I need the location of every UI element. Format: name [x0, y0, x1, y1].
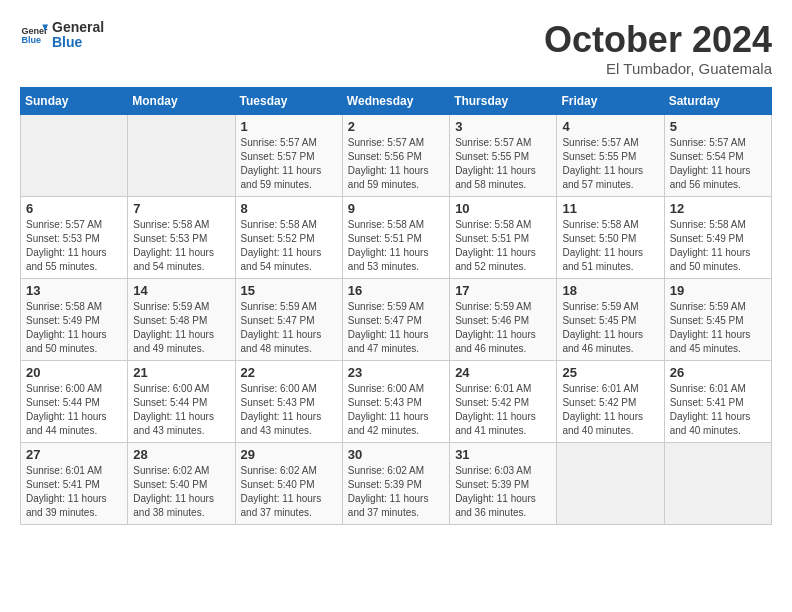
- logo-icon: General Blue: [20, 21, 48, 49]
- calendar-cell: 4Sunrise: 5:57 AM Sunset: 5:55 PM Daylig…: [557, 114, 664, 196]
- location-subtitle: El Tumbador, Guatemala: [544, 60, 772, 77]
- calendar-cell: 29Sunrise: 6:02 AM Sunset: 5:40 PM Dayli…: [235, 442, 342, 524]
- header-friday: Friday: [557, 87, 664, 114]
- day-info: Sunrise: 6:02 AM Sunset: 5:40 PM Dayligh…: [133, 464, 229, 520]
- day-number: 13: [26, 283, 122, 298]
- calendar-cell: 13Sunrise: 5:58 AM Sunset: 5:49 PM Dayli…: [21, 278, 128, 360]
- calendar-cell: 26Sunrise: 6:01 AM Sunset: 5:41 PM Dayli…: [664, 360, 771, 442]
- calendar-cell: 22Sunrise: 6:00 AM Sunset: 5:43 PM Dayli…: [235, 360, 342, 442]
- day-number: 20: [26, 365, 122, 380]
- calendar-cell: 3Sunrise: 5:57 AM Sunset: 5:55 PM Daylig…: [450, 114, 557, 196]
- calendar-header: SundayMondayTuesdayWednesdayThursdayFrid…: [21, 87, 772, 114]
- day-number: 4: [562, 119, 658, 134]
- day-info: Sunrise: 5:58 AM Sunset: 5:53 PM Dayligh…: [133, 218, 229, 274]
- day-info: Sunrise: 6:00 AM Sunset: 5:44 PM Dayligh…: [133, 382, 229, 438]
- calendar-cell: [664, 442, 771, 524]
- logo: General Blue General Blue: [20, 20, 104, 51]
- day-number: 28: [133, 447, 229, 462]
- calendar-cell: 11Sunrise: 5:58 AM Sunset: 5:50 PM Dayli…: [557, 196, 664, 278]
- day-info: Sunrise: 6:02 AM Sunset: 5:39 PM Dayligh…: [348, 464, 444, 520]
- day-number: 7: [133, 201, 229, 216]
- day-number: 11: [562, 201, 658, 216]
- day-number: 26: [670, 365, 766, 380]
- day-info: Sunrise: 5:59 AM Sunset: 5:45 PM Dayligh…: [670, 300, 766, 356]
- calendar-cell: 5Sunrise: 5:57 AM Sunset: 5:54 PM Daylig…: [664, 114, 771, 196]
- day-info: Sunrise: 5:58 AM Sunset: 5:51 PM Dayligh…: [455, 218, 551, 274]
- calendar-cell: 23Sunrise: 6:00 AM Sunset: 5:43 PM Dayli…: [342, 360, 449, 442]
- day-number: 30: [348, 447, 444, 462]
- calendar-cell: 12Sunrise: 5:58 AM Sunset: 5:49 PM Dayli…: [664, 196, 771, 278]
- day-info: Sunrise: 5:57 AM Sunset: 5:55 PM Dayligh…: [455, 136, 551, 192]
- day-info: Sunrise: 6:00 AM Sunset: 5:43 PM Dayligh…: [348, 382, 444, 438]
- day-info: Sunrise: 5:57 AM Sunset: 5:53 PM Dayligh…: [26, 218, 122, 274]
- calendar-cell: 9Sunrise: 5:58 AM Sunset: 5:51 PM Daylig…: [342, 196, 449, 278]
- calendar-cell: [128, 114, 235, 196]
- calendar-cell: 1Sunrise: 5:57 AM Sunset: 5:57 PM Daylig…: [235, 114, 342, 196]
- svg-text:Blue: Blue: [21, 36, 41, 46]
- calendar-cell: 19Sunrise: 5:59 AM Sunset: 5:45 PM Dayli…: [664, 278, 771, 360]
- calendar-cell: 14Sunrise: 5:59 AM Sunset: 5:48 PM Dayli…: [128, 278, 235, 360]
- day-info: Sunrise: 6:01 AM Sunset: 5:42 PM Dayligh…: [455, 382, 551, 438]
- day-info: Sunrise: 6:00 AM Sunset: 5:44 PM Dayligh…: [26, 382, 122, 438]
- calendar-cell: 10Sunrise: 5:58 AM Sunset: 5:51 PM Dayli…: [450, 196, 557, 278]
- calendar-cell: 31Sunrise: 6:03 AM Sunset: 5:39 PM Dayli…: [450, 442, 557, 524]
- calendar-cell: 21Sunrise: 6:00 AM Sunset: 5:44 PM Dayli…: [128, 360, 235, 442]
- header-monday: Monday: [128, 87, 235, 114]
- day-number: 9: [348, 201, 444, 216]
- day-number: 1: [241, 119, 337, 134]
- calendar-cell: 15Sunrise: 5:59 AM Sunset: 5:47 PM Dayli…: [235, 278, 342, 360]
- logo-general: General: [52, 20, 104, 35]
- page-header: General Blue General Blue October 2024 E…: [20, 20, 772, 77]
- day-number: 2: [348, 119, 444, 134]
- day-number: 31: [455, 447, 551, 462]
- day-info: Sunrise: 5:58 AM Sunset: 5:50 PM Dayligh…: [562, 218, 658, 274]
- calendar-cell: 20Sunrise: 6:00 AM Sunset: 5:44 PM Dayli…: [21, 360, 128, 442]
- calendar-cell: 17Sunrise: 5:59 AM Sunset: 5:46 PM Dayli…: [450, 278, 557, 360]
- day-info: Sunrise: 5:59 AM Sunset: 5:46 PM Dayligh…: [455, 300, 551, 356]
- calendar-cell: 6Sunrise: 5:57 AM Sunset: 5:53 PM Daylig…: [21, 196, 128, 278]
- calendar-cell: 24Sunrise: 6:01 AM Sunset: 5:42 PM Dayli…: [450, 360, 557, 442]
- day-number: 17: [455, 283, 551, 298]
- header-row: SundayMondayTuesdayWednesdayThursdayFrid…: [21, 87, 772, 114]
- day-number: 12: [670, 201, 766, 216]
- calendar-table: SundayMondayTuesdayWednesdayThursdayFrid…: [20, 87, 772, 525]
- day-number: 22: [241, 365, 337, 380]
- day-info: Sunrise: 5:59 AM Sunset: 5:47 PM Dayligh…: [348, 300, 444, 356]
- day-info: Sunrise: 5:57 AM Sunset: 5:54 PM Dayligh…: [670, 136, 766, 192]
- day-info: Sunrise: 6:01 AM Sunset: 5:42 PM Dayligh…: [562, 382, 658, 438]
- day-number: 19: [670, 283, 766, 298]
- calendar-cell: 8Sunrise: 5:58 AM Sunset: 5:52 PM Daylig…: [235, 196, 342, 278]
- calendar-cell: 16Sunrise: 5:59 AM Sunset: 5:47 PM Dayli…: [342, 278, 449, 360]
- day-info: Sunrise: 6:02 AM Sunset: 5:40 PM Dayligh…: [241, 464, 337, 520]
- header-thursday: Thursday: [450, 87, 557, 114]
- day-number: 18: [562, 283, 658, 298]
- day-number: 5: [670, 119, 766, 134]
- day-number: 21: [133, 365, 229, 380]
- calendar-cell: 28Sunrise: 6:02 AM Sunset: 5:40 PM Dayli…: [128, 442, 235, 524]
- logo-blue: Blue: [52, 35, 104, 50]
- day-number: 8: [241, 201, 337, 216]
- day-info: Sunrise: 5:58 AM Sunset: 5:49 PM Dayligh…: [670, 218, 766, 274]
- day-number: 29: [241, 447, 337, 462]
- day-number: 23: [348, 365, 444, 380]
- day-number: 14: [133, 283, 229, 298]
- day-number: 16: [348, 283, 444, 298]
- header-wednesday: Wednesday: [342, 87, 449, 114]
- day-number: 15: [241, 283, 337, 298]
- day-number: 24: [455, 365, 551, 380]
- calendar-cell: [557, 442, 664, 524]
- calendar-cell: 30Sunrise: 6:02 AM Sunset: 5:39 PM Dayli…: [342, 442, 449, 524]
- month-title: October 2024: [544, 20, 772, 60]
- calendar-cell: 7Sunrise: 5:58 AM Sunset: 5:53 PM Daylig…: [128, 196, 235, 278]
- day-info: Sunrise: 5:59 AM Sunset: 5:45 PM Dayligh…: [562, 300, 658, 356]
- header-saturday: Saturday: [664, 87, 771, 114]
- calendar-cell: 18Sunrise: 5:59 AM Sunset: 5:45 PM Dayli…: [557, 278, 664, 360]
- day-info: Sunrise: 5:57 AM Sunset: 5:55 PM Dayligh…: [562, 136, 658, 192]
- day-info: Sunrise: 6:00 AM Sunset: 5:43 PM Dayligh…: [241, 382, 337, 438]
- day-info: Sunrise: 6:03 AM Sunset: 5:39 PM Dayligh…: [455, 464, 551, 520]
- calendar-week-1: 1Sunrise: 5:57 AM Sunset: 5:57 PM Daylig…: [21, 114, 772, 196]
- day-info: Sunrise: 5:58 AM Sunset: 5:51 PM Dayligh…: [348, 218, 444, 274]
- calendar-cell: 27Sunrise: 6:01 AM Sunset: 5:41 PM Dayli…: [21, 442, 128, 524]
- title-block: October 2024 El Tumbador, Guatemala: [544, 20, 772, 77]
- day-number: 27: [26, 447, 122, 462]
